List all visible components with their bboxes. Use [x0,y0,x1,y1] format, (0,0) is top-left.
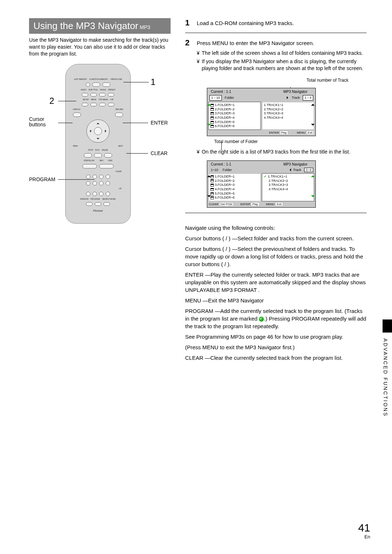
f1-5: 6.FOLDER~6 [215,124,234,129]
lbl-stop: STOP [88,149,93,151]
t1-2: 3.TRACK3~3 [264,111,283,116]
controls-enter: ENTER —Play the currently selected folde… [185,271,367,294]
t2-2: 3.TRACK3~3 [269,183,288,187]
nav1-corner: MP3 Navigator [283,90,307,94]
step-2: 2 Press MENU to enter the MP3 Navigator … [185,38,367,73]
f2-4: 5.FOLDER~5 [215,192,234,196]
lbl-next: NEXT [118,145,123,147]
lbl-clear-sm: CLEAR [115,171,122,172]
nav2-corner: MP3 Navigator [283,162,307,166]
lbl-repeat: REPEAT [108,89,115,91]
nav1-track-range: 1～4 [303,95,313,101]
lbl-fwd: FWD [108,160,112,162]
f2-3: 4.FOLDER~4 [215,187,234,192]
bullet-2: If you display the MP3 Navigator when a … [202,58,367,72]
step-1-num: 1 [185,18,193,28]
lbl-play: PLAY [95,149,99,151]
nav2-track-header: Track [292,168,303,172]
nav1-menu: MENU [297,131,306,134]
nav2-play: Play [251,202,260,206]
bullet-1: The left side of the screen shows a list… [202,50,363,57]
program-check-icon [259,317,264,322]
f2-5: 6.FOLDER~6 [215,196,234,200]
separator-2 [185,213,367,213]
heading-title: Using the MP3 Navigator [33,20,138,31]
nav1-track-header: Track [290,96,301,99]
nav1-folder-range: 1～10 [209,95,222,101]
f2-2: 3.FOLDER~3 [215,183,234,187]
side-tab: ADVANCED FUNCTIONS [383,319,392,454]
controls-cursor2: Cursor buttons ( / ) —Select the previou… [185,245,367,268]
lbl-subtitle: SUB TITLE [89,89,98,91]
controls-clear: CLEAR —Clear the currently selected trac… [185,354,367,362]
t2-1: 2.TRACK2~2 [269,179,288,183]
caption-tracks: Total number of Track [185,78,348,83]
controls-section: Navigate using the following controls: C… [185,224,367,362]
f1-3: 4.FOLDER~4 [215,116,234,120]
callout-program: PROGRAM [29,176,55,182]
lbl-prev: PREV [73,145,78,147]
lbl-return: RETURN [115,109,123,110]
lbl-setup: SETUP [83,99,89,101]
controls-see-page: 46 [267,334,273,340]
lbl-last: LAST MEMORY [74,78,87,80]
t2-0: 1.TRACK1~1 [268,175,287,179]
controls-title: Navigate using the following controls: [185,224,367,232]
page-number-block: 41 En [358,522,370,539]
section-heading: Using the MP3 NavigatorMP3 [29,18,171,34]
lbl-stepslow: STEP/SLOW [83,160,94,162]
f1-2: 3.FOLDER~3 [215,111,234,116]
f1-1: 2.FOLDER~2 [215,107,234,112]
lbl-topmenu: TOP MENU [98,99,108,101]
nav-screen-2: Current : 1-1 MP3 Navigator 1~10 Folder … [207,160,316,208]
nav2-menu: MENU [266,203,275,206]
nav2-current: Current : 1-1 [211,162,231,166]
lbl-random: RANDOM [80,198,88,200]
t2-3: 4.TRACK4~4 [269,187,288,192]
page-number: 41 [358,522,370,534]
step-1-text: Load a CD-ROM containing MP3 tracks. [197,18,294,28]
nav1-enter: ENTER [269,131,279,134]
callout-cursor: Cursor buttons [29,117,58,128]
page-lang: En [358,534,370,539]
f2-0: 1.FOLDER~1 [215,175,234,179]
controls-pressmenu: (Press MENU to exit the MP3 Navigator fi… [185,343,367,351]
lbl-rev: REV [99,160,103,162]
bullet-3: On the right side is a list of MP3 track… [202,148,350,155]
side-tab-text: ADVANCED FUNCTIONS [383,333,388,449]
intro-text: Use the MP3 Navigator to make searching … [29,37,171,57]
lbl-display: DISPLAY [73,109,81,110]
nav1-current: Current : 1-1 [211,90,231,94]
nav1-folder-header: Folder [223,96,285,99]
nav2-folder-header: Folder [221,168,286,172]
lbl-angle: ANGLE [100,89,106,91]
nav2-exit: Exit [275,202,283,206]
nav2-enter: ENTER [240,203,250,206]
heading-sub: MP3 [140,24,150,30]
nav2-track-range: 1~4 [304,168,313,172]
nav-screen-1: Current : 1-1 MP3 Navigator 1～10 Folder … [207,88,316,136]
check-icon: ✓ [264,175,267,179]
lbl-open: OPEN/CLOSE [110,78,122,80]
nav2-del: Del PGM [219,202,234,206]
t1-3: 4.TRACK4~4 [264,116,283,120]
callout-enter: ENTER [151,120,168,126]
callout-clear: CLEAR [151,150,168,156]
lbl-menu: MENU [91,99,97,101]
f1-4: 5.FOLDER~5 [215,120,234,125]
f1-0: 1.FOLDER~1 [215,103,234,107]
controls-see2: for how to use program play. [273,334,343,340]
controls-cursor1: Cursor buttons ( / ) —Select folder and … [185,235,367,242]
callout-2: 2 [49,96,54,106]
dpad [86,119,110,143]
controls-menu: MENU —Exit the MP3 Navigator [185,297,367,304]
nav1-play: Play [280,131,289,135]
caption-folders: Total number of Folder [214,139,367,144]
nav2-clear: CLEAR [209,203,219,206]
nav1-exit: Exit [306,131,314,135]
lbl-ab: A-B [110,99,113,101]
t1-1: 2.TRACK2~2 [264,107,283,112]
f2-1: 2.FOLDER~2 [215,179,234,183]
step-2-text: Press MENU to enter the MP3 Navigator sc… [197,40,367,47]
step-2-num: 2 [185,38,193,73]
